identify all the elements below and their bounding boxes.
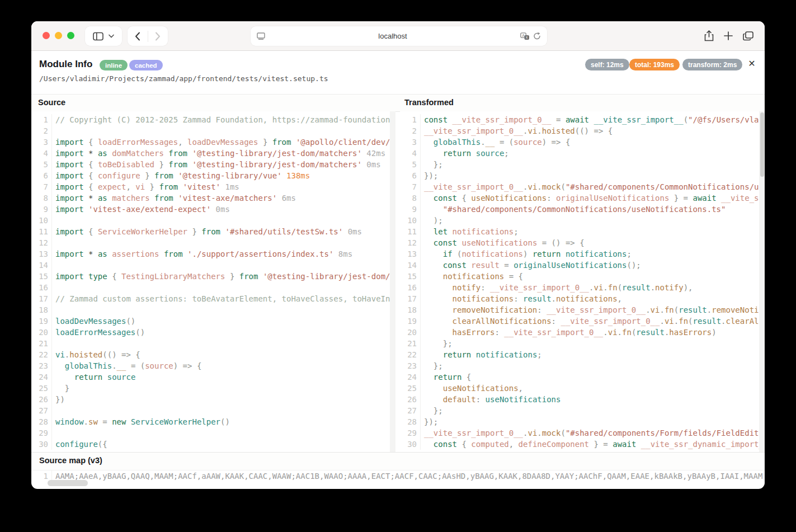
code-line: 27 }; bbox=[400, 405, 765, 416]
code-line: 30configure({ bbox=[31, 439, 395, 450]
code-line: 6import { configure } from '@testing-lib… bbox=[31, 170, 395, 181]
nav-button-group bbox=[128, 26, 168, 46]
new-tab-button[interactable] bbox=[720, 28, 737, 44]
code-line: 20loadErrorMessages() bbox=[31, 327, 395, 338]
sidebar-icon bbox=[93, 32, 103, 41]
code-line: 17 notifications: result.notifications, bbox=[400, 293, 765, 304]
code-line: 8import * as matchers from 'vitest-axe/m… bbox=[31, 192, 395, 204]
code-line: 5 }; bbox=[400, 159, 765, 170]
code-line: 28}); bbox=[400, 416, 765, 427]
reload-icon[interactable] bbox=[533, 32, 541, 40]
code-line: 4 return source; bbox=[400, 148, 765, 159]
code-line: 11 let notifications; bbox=[400, 226, 765, 237]
code-line: 25 } bbox=[31, 383, 395, 394]
code-line: 27 bbox=[31, 405, 395, 416]
module-header: Module Info inline cached self: 12ms tot… bbox=[31, 51, 765, 94]
code-line: 4import * as domMatchers from '@testing-… bbox=[31, 148, 395, 159]
code-line: 7__vite_ssr_import_0__.vi.mock("#shared/… bbox=[400, 181, 765, 192]
code-line: 13 if (notifications) return notificatio… bbox=[400, 248, 765, 260]
code-line: 5import { toBeDisabled } from '@testing-… bbox=[31, 159, 395, 170]
transformed-panel-title: Transformed bbox=[404, 98, 454, 107]
traffic-light-zoom[interactable] bbox=[67, 32, 74, 39]
tab-overview-button[interactable] bbox=[740, 28, 756, 44]
transformed-scrollbar[interactable] bbox=[759, 111, 765, 452]
page-title: Module Info bbox=[39, 59, 92, 70]
code-line: 24 return source bbox=[31, 371, 395, 383]
code-line: 23 globalThis.__ = (source) => { bbox=[31, 360, 395, 371]
chevron-right-icon bbox=[155, 32, 161, 41]
source-code: 1// Copyright (C) 2012-2025 Zammad Found… bbox=[31, 111, 395, 450]
back-button[interactable] bbox=[128, 32, 148, 41]
page-icon bbox=[257, 32, 265, 40]
close-button[interactable]: ✕ bbox=[746, 58, 757, 69]
chevron-down-icon bbox=[109, 34, 114, 38]
code-line: 2 bbox=[31, 125, 395, 136]
forward-button[interactable] bbox=[148, 32, 168, 41]
browser-window: localhost Ax Module Info inline cached s… bbox=[31, 21, 765, 489]
code-line: 16 notify: __vite_ssr_import_0__.vi.fn(r… bbox=[400, 282, 765, 293]
code-line: 1const __vite_ssr_import_0__ = await __v… bbox=[400, 114, 765, 125]
code-line: 3import { loadErrorMessages, loadDevMess… bbox=[31, 136, 395, 148]
transformed-scrollbar-thumb[interactable] bbox=[760, 112, 764, 177]
plus-icon bbox=[724, 31, 733, 40]
code-line: 24 return { bbox=[400, 371, 765, 383]
metric-total: total: 193ms bbox=[629, 59, 680, 70]
code-line: 26 default: useNotifications bbox=[400, 394, 765, 405]
code-line: 30 const { computed, defineComponent } =… bbox=[400, 439, 765, 450]
badge-inline: inline bbox=[100, 60, 128, 70]
svg-text:A: A bbox=[522, 33, 525, 37]
code-line: 1// Copyright (C) 2012-2025 Zammad Found… bbox=[31, 114, 395, 125]
url-field[interactable]: localhost Ax bbox=[251, 26, 547, 46]
code-line: 19 clearAllNotifications: __vite_ssr_imp… bbox=[400, 316, 765, 327]
transformed-code: 1const __vite_ssr_import_0__ = await __v… bbox=[400, 111, 765, 450]
code-line: 19loadDevMessages() bbox=[31, 316, 395, 327]
code-line: 22vi.hoisted(() => { bbox=[31, 349, 395, 360]
sourcemap-title: Source map (v3) bbox=[39, 456, 102, 465]
code-line: 29 bbox=[31, 427, 395, 439]
code-line: 26}) bbox=[31, 394, 395, 405]
sourcemap-mappings: AAMA;AAeA,yBAAG,QAAQ,MAAM;AACf,aAAW,KAAK… bbox=[52, 470, 765, 482]
source-scrollbar[interactable] bbox=[390, 111, 395, 452]
code-line: 6}); bbox=[400, 170, 765, 181]
chevron-left-icon bbox=[135, 32, 140, 41]
traffic-light-minimize[interactable] bbox=[55, 32, 62, 39]
code-line: 14 bbox=[31, 260, 395, 271]
code-line: 14 const result = originalUseNotificatio… bbox=[400, 260, 765, 271]
code-line: 7import { expect, vi } from 'vitest' 1ms bbox=[31, 181, 395, 192]
sidebar-toggle-button[interactable] bbox=[85, 26, 122, 46]
browser-toolbar: localhost Ax bbox=[31, 21, 765, 51]
sourcemap-line: 1 AAMA;AAeA,yBAAG,QAAQ,MAAM;AACf,aAAW,KA… bbox=[31, 470, 765, 482]
code-line: 17// Zammad custom assertions: toBeAvata… bbox=[31, 293, 395, 304]
code-line: 28window.sw = new ServiceWorkerHelper() bbox=[31, 416, 395, 427]
code-line: 22 return notifications; bbox=[400, 349, 765, 360]
code-line: 21 bbox=[31, 338, 395, 349]
sourcemap-header: Source map (v3) bbox=[31, 452, 765, 470]
code-line: 8 const { useNotifications: originalUseN… bbox=[400, 192, 765, 204]
code-line: 12 const useNotifications = () => { bbox=[400, 237, 765, 248]
translate-icon[interactable]: Ax bbox=[520, 32, 530, 40]
badge-cached: cached bbox=[129, 60, 163, 70]
code-line: 9 "#shared/components/CommonNotification… bbox=[400, 204, 765, 215]
file-path: /Users/vladimir/Projects/zammad/app/fron… bbox=[39, 74, 328, 83]
code-line: 25 useNotifications, bbox=[400, 383, 765, 394]
share-button[interactable] bbox=[700, 28, 717, 44]
code-line: 10 ); bbox=[400, 215, 765, 226]
code-line: 21 }; bbox=[400, 338, 765, 349]
traffic-light-close[interactable] bbox=[43, 32, 50, 39]
code-line: 16 bbox=[31, 282, 395, 293]
code-line: 18 bbox=[31, 304, 395, 316]
code-line: 3 globalThis.__ = (source) => { bbox=[400, 136, 765, 148]
code-line: 23 }; bbox=[400, 360, 765, 371]
sourcemap-hscrollbar-thumb[interactable] bbox=[48, 480, 88, 486]
url-text: localhost bbox=[265, 32, 520, 40]
code-line: 29__vite_ssr_import_0__.vi.mock("#shared… bbox=[400, 427, 765, 439]
panel-header-row: Source Transformed bbox=[31, 94, 765, 112]
code-line: 11import { ServiceWorkerHelper } from '#… bbox=[31, 226, 395, 237]
code-line: 13import * as assertions from './support… bbox=[31, 248, 395, 260]
code-line: 15import type { TestingLibraryMatchers }… bbox=[31, 271, 395, 282]
source-panel-title: Source bbox=[38, 98, 65, 107]
code-line: 18 removeNotification: __vite_ssr_import… bbox=[400, 304, 765, 316]
code-line: 15 notifications = { bbox=[400, 271, 765, 282]
metric-transform: transform: 2ms bbox=[682, 59, 742, 70]
tabs-icon bbox=[743, 31, 753, 41]
